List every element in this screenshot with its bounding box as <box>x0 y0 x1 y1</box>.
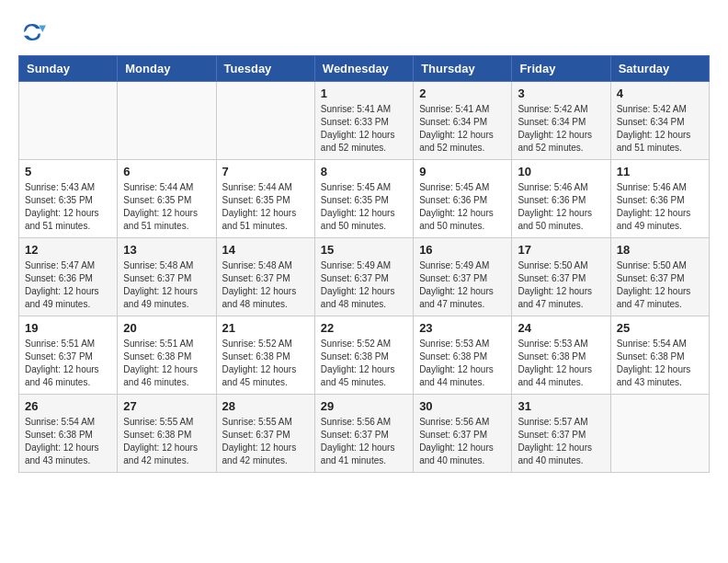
day-number: 25 <box>617 321 703 335</box>
day-number: 15 <box>321 243 407 257</box>
day-info: Sunrise: 5:41 AM Sunset: 6:33 PM Dayligh… <box>321 103 407 155</box>
day-number: 28 <box>222 399 309 413</box>
day-info: Sunrise: 5:45 AM Sunset: 6:35 PM Dayligh… <box>321 181 407 233</box>
day-info: Sunrise: 5:50 AM Sunset: 6:37 PM Dayligh… <box>518 259 604 311</box>
day-number: 24 <box>518 321 604 335</box>
calendar-day-cell: 7Sunrise: 5:44 AM Sunset: 6:35 PM Daylig… <box>216 160 314 238</box>
day-info: Sunrise: 5:44 AM Sunset: 6:35 PM Dayligh… <box>222 181 309 233</box>
day-info: Sunrise: 5:42 AM Sunset: 6:34 PM Dayligh… <box>518 103 604 155</box>
day-info: Sunrise: 5:49 AM Sunset: 6:37 PM Dayligh… <box>419 259 506 311</box>
day-number: 6 <box>123 165 210 178</box>
calendar-header-row: SundayMondayTuesdayWednesdayThursdayFrid… <box>19 56 710 82</box>
calendar-day-cell: 2Sunrise: 5:41 AM Sunset: 6:34 PM Daylig… <box>414 82 512 160</box>
calendar-week-row: 5Sunrise: 5:43 AM Sunset: 6:35 PM Daylig… <box>19 160 710 238</box>
calendar-day-cell <box>610 395 709 473</box>
calendar-day-cell: 13Sunrise: 5:48 AM Sunset: 6:37 PM Dayli… <box>118 238 216 316</box>
calendar-day-cell: 3Sunrise: 5:42 AM Sunset: 6:34 PM Daylig… <box>512 82 610 160</box>
calendar-day-cell: 20Sunrise: 5:51 AM Sunset: 6:38 PM Dayli… <box>118 316 216 395</box>
day-number: 30 <box>419 399 506 413</box>
day-info: Sunrise: 5:45 AM Sunset: 6:36 PM Dayligh… <box>419 181 506 233</box>
day-info: Sunrise: 5:52 AM Sunset: 6:38 PM Dayligh… <box>321 338 407 389</box>
calendar-day-cell: 6Sunrise: 5:44 AM Sunset: 6:35 PM Daylig… <box>118 160 216 238</box>
day-number: 13 <box>123 243 210 257</box>
day-info: Sunrise: 5:49 AM Sunset: 6:37 PM Dayligh… <box>321 259 407 311</box>
calendar-day-cell <box>118 82 216 160</box>
day-of-week-header: Thursday <box>414 56 512 82</box>
calendar-day-cell: 5Sunrise: 5:43 AM Sunset: 6:35 PM Daylig… <box>19 160 118 238</box>
day-number: 1 <box>321 86 407 100</box>
day-number: 23 <box>419 321 506 335</box>
calendar-day-cell: 16Sunrise: 5:49 AM Sunset: 6:37 PM Dayli… <box>414 238 512 316</box>
day-number: 4 <box>617 86 703 100</box>
day-info: Sunrise: 5:46 AM Sunset: 6:36 PM Dayligh… <box>518 181 604 233</box>
calendar-week-row: 19Sunrise: 5:51 AM Sunset: 6:37 PM Dayli… <box>19 316 710 395</box>
calendar-day-cell: 8Sunrise: 5:45 AM Sunset: 6:35 PM Daylig… <box>314 160 413 238</box>
day-number: 14 <box>222 243 309 257</box>
day-number: 20 <box>123 321 210 335</box>
day-number: 26 <box>25 399 111 413</box>
calendar-week-row: 26Sunrise: 5:54 AM Sunset: 6:38 PM Dayli… <box>19 395 710 473</box>
day-of-week-header: Friday <box>512 56 610 82</box>
day-of-week-header: Tuesday <box>216 56 314 82</box>
day-number: 9 <box>419 165 506 178</box>
calendar-week-row: 1Sunrise: 5:41 AM Sunset: 6:33 PM Daylig… <box>19 82 710 160</box>
calendar-day-cell: 9Sunrise: 5:45 AM Sunset: 6:36 PM Daylig… <box>414 160 512 238</box>
calendar-week-row: 12Sunrise: 5:47 AM Sunset: 6:36 PM Dayli… <box>19 238 710 316</box>
calendar-day-cell: 18Sunrise: 5:50 AM Sunset: 6:37 PM Dayli… <box>610 238 709 316</box>
day-number: 18 <box>617 243 703 257</box>
day-info: Sunrise: 5:57 AM Sunset: 6:37 PM Dayligh… <box>518 416 604 467</box>
day-info: Sunrise: 5:43 AM Sunset: 6:35 PM Dayligh… <box>25 181 111 233</box>
day-number: 12 <box>25 243 111 257</box>
calendar-day-cell: 31Sunrise: 5:57 AM Sunset: 6:37 PM Dayli… <box>512 395 610 473</box>
day-info: Sunrise: 5:54 AM Sunset: 6:38 PM Dayligh… <box>25 416 111 467</box>
calendar-day-cell: 30Sunrise: 5:56 AM Sunset: 6:37 PM Dayli… <box>414 395 512 473</box>
calendar-day-cell: 19Sunrise: 5:51 AM Sunset: 6:37 PM Dayli… <box>19 316 118 395</box>
day-info: Sunrise: 5:46 AM Sunset: 6:36 PM Dayligh… <box>617 181 703 233</box>
calendar-day-cell: 25Sunrise: 5:54 AM Sunset: 6:38 PM Dayli… <box>610 316 709 395</box>
day-info: Sunrise: 5:52 AM Sunset: 6:38 PM Dayligh… <box>222 338 309 389</box>
day-number: 31 <box>518 399 604 413</box>
day-info: Sunrise: 5:55 AM Sunset: 6:38 PM Dayligh… <box>123 416 210 467</box>
day-info: Sunrise: 5:41 AM Sunset: 6:34 PM Dayligh… <box>419 103 506 155</box>
day-number: 5 <box>25 165 111 178</box>
logo <box>18 18 50 46</box>
calendar-day-cell: 1Sunrise: 5:41 AM Sunset: 6:33 PM Daylig… <box>314 82 413 160</box>
day-of-week-header: Monday <box>118 56 216 82</box>
calendar-day-cell: 11Sunrise: 5:46 AM Sunset: 6:36 PM Dayli… <box>610 160 709 238</box>
day-info: Sunrise: 5:42 AM Sunset: 6:34 PM Dayligh… <box>617 103 703 155</box>
calendar-day-cell: 24Sunrise: 5:53 AM Sunset: 6:38 PM Dayli… <box>512 316 610 395</box>
day-info: Sunrise: 5:51 AM Sunset: 6:38 PM Dayligh… <box>123 338 210 389</box>
calendar-day-cell <box>19 82 118 160</box>
day-info: Sunrise: 5:56 AM Sunset: 6:37 PM Dayligh… <box>321 416 407 467</box>
calendar-day-cell: 26Sunrise: 5:54 AM Sunset: 6:38 PM Dayli… <box>19 395 118 473</box>
calendar-day-cell: 23Sunrise: 5:53 AM Sunset: 6:38 PM Dayli… <box>414 316 512 395</box>
day-info: Sunrise: 5:47 AM Sunset: 6:36 PM Dayligh… <box>25 259 111 311</box>
day-info: Sunrise: 5:51 AM Sunset: 6:37 PM Dayligh… <box>25 338 111 389</box>
day-of-week-header: Sunday <box>19 56 118 82</box>
calendar-day-cell: 29Sunrise: 5:56 AM Sunset: 6:37 PM Dayli… <box>314 395 413 473</box>
day-number: 29 <box>321 399 407 413</box>
page-header <box>18 18 710 46</box>
calendar-day-cell <box>216 82 314 160</box>
logo-icon <box>18 18 46 46</box>
day-number: 11 <box>617 165 703 178</box>
calendar-day-cell: 14Sunrise: 5:48 AM Sunset: 6:37 PM Dayli… <box>216 238 314 316</box>
calendar-day-cell: 22Sunrise: 5:52 AM Sunset: 6:38 PM Dayli… <box>314 316 413 395</box>
day-info: Sunrise: 5:50 AM Sunset: 6:37 PM Dayligh… <box>617 259 703 311</box>
day-of-week-header: Wednesday <box>314 56 413 82</box>
calendar-day-cell: 27Sunrise: 5:55 AM Sunset: 6:38 PM Dayli… <box>118 395 216 473</box>
day-number: 8 <box>321 165 407 178</box>
calendar-day-cell: 28Sunrise: 5:55 AM Sunset: 6:37 PM Dayli… <box>216 395 314 473</box>
day-info: Sunrise: 5:56 AM Sunset: 6:37 PM Dayligh… <box>419 416 506 467</box>
day-info: Sunrise: 5:55 AM Sunset: 6:37 PM Dayligh… <box>222 416 309 467</box>
calendar-day-cell: 12Sunrise: 5:47 AM Sunset: 6:36 PM Dayli… <box>19 238 118 316</box>
calendar-day-cell: 15Sunrise: 5:49 AM Sunset: 6:37 PM Dayli… <box>314 238 413 316</box>
day-info: Sunrise: 5:48 AM Sunset: 6:37 PM Dayligh… <box>123 259 210 311</box>
calendar-day-cell: 17Sunrise: 5:50 AM Sunset: 6:37 PM Dayli… <box>512 238 610 316</box>
calendar-table: SundayMondayTuesdayWednesdayThursdayFrid… <box>18 55 710 473</box>
day-number: 21 <box>222 321 309 335</box>
day-number: 3 <box>518 86 604 100</box>
calendar-day-cell: 4Sunrise: 5:42 AM Sunset: 6:34 PM Daylig… <box>610 82 709 160</box>
day-of-week-header: Saturday <box>610 56 709 82</box>
day-number: 17 <box>518 243 604 257</box>
